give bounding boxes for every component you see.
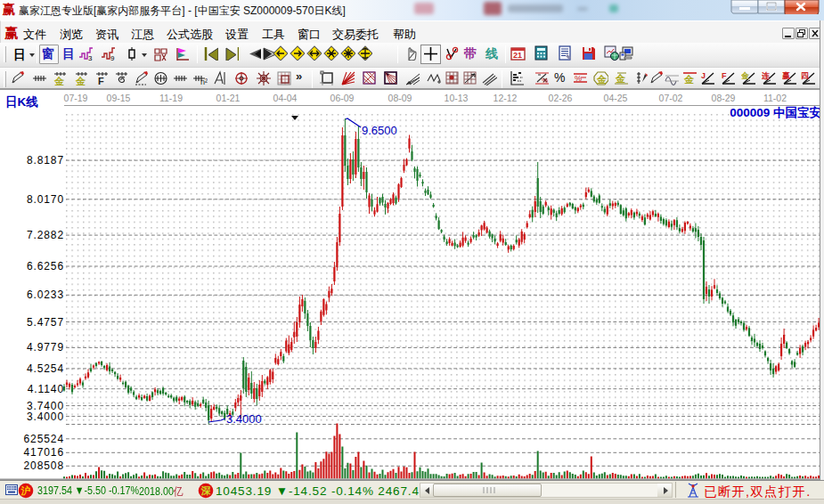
svg-text:21: 21	[513, 51, 522, 60]
svg-text:9: 9	[110, 54, 115, 61]
svg-text:沪: 沪	[20, 485, 31, 496]
svg-text:%: %	[575, 74, 582, 83]
svg-text:连: 连	[762, 71, 770, 80]
svg-text:12-12: 12-12	[494, 93, 518, 103]
svg-text:金: 金	[741, 71, 750, 80]
svg-text:6.0233: 6.0233	[27, 289, 64, 301]
svg-text:09-15: 09-15	[107, 93, 131, 103]
svg-text:金: 金	[53, 76, 65, 85]
svg-text:日K线: 日K线	[5, 95, 38, 109]
svg-text:208508: 208508	[24, 459, 64, 472]
svg-text:赢: 赢	[782, 71, 790, 80]
svg-text:n²: n²	[200, 77, 208, 85]
svg-text:金: 金	[683, 74, 695, 85]
svg-text:9.6500: 9.6500	[362, 124, 397, 137]
svg-text:10-13: 10-13	[445, 93, 469, 103]
svg-text:07-02: 07-02	[659, 93, 683, 103]
svg-text:%: %	[542, 77, 548, 85]
svg-text:4.9779: 4.9779	[27, 341, 64, 354]
svg-text:417016: 417016	[24, 446, 64, 459]
svg-text:4.5254: 4.5254	[27, 362, 64, 375]
svg-text:金: 金	[615, 73, 626, 84]
svg-text:625524: 625524	[24, 433, 64, 445]
svg-text:6.6256: 6.6256	[27, 260, 64, 272]
svg-text:08-29: 08-29	[712, 93, 736, 103]
svg-text:11-19: 11-19	[159, 93, 183, 103]
svg-text:08-09: 08-09	[388, 93, 412, 103]
svg-text:F: F	[722, 71, 727, 80]
svg-text:深: 深	[201, 485, 212, 496]
svg-text:11-02: 11-02	[763, 93, 787, 103]
svg-text:04-04: 04-04	[273, 93, 298, 103]
svg-text:02-26: 02-26	[549, 93, 573, 103]
svg-text:04-25: 04-25	[604, 93, 628, 103]
svg-text:4.1140: 4.1140	[28, 383, 64, 395]
svg-text:3.4000: 3.4000	[27, 411, 64, 423]
svg-text:J: J	[701, 71, 706, 80]
svg-text:07-19: 07-19	[64, 93, 88, 103]
svg-text:3.4000: 3.4000	[226, 412, 262, 426]
svg-text:四: 四	[801, 71, 809, 80]
svg-text:5.4757: 5.4757	[27, 316, 64, 329]
svg-text:7.2882: 7.2882	[27, 229, 64, 241]
svg-text:金: 金	[596, 74, 608, 85]
svg-text:3: 3	[88, 54, 93, 61]
svg-text:000009 中国宝安: 000009 中国宝安	[730, 106, 821, 119]
svg-text:06-09: 06-09	[330, 93, 355, 103]
svg-text:8.8187: 8.8187	[27, 154, 64, 167]
svg-text:F: F	[98, 76, 104, 85]
svg-text:8.0170: 8.0170	[27, 193, 64, 206]
svg-text:金: 金	[75, 76, 86, 85]
svg-text:01-21: 01-21	[216, 93, 241, 103]
